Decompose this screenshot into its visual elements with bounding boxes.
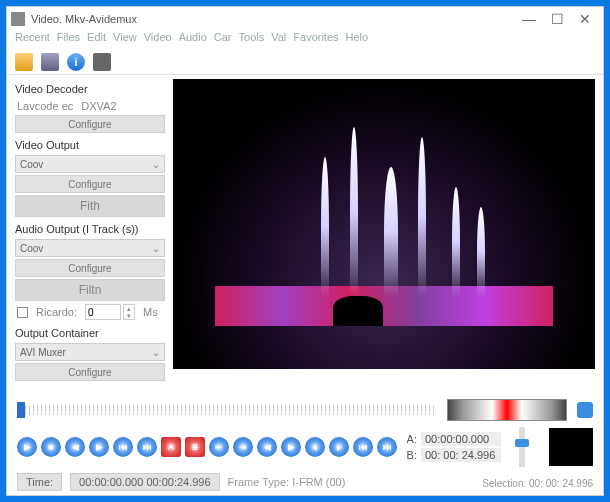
window-title: Video. Mkv-Avidemux — [31, 13, 137, 25]
menu-help[interactable]: Helo — [346, 31, 369, 49]
thumbnail-preview — [549, 428, 593, 466]
menu-files[interactable]: Files — [57, 31, 80, 49]
app-window: Video. Mkv-Avidemux — ☐ ✕ Recent Files E… — [6, 6, 604, 496]
sidebar: Video Decoder Lavcode ec DXVA2 Configure… — [15, 79, 165, 391]
menubar: Recent Files Edit View Video Audio Car T… — [7, 31, 603, 49]
open-icon[interactable] — [15, 53, 33, 71]
prev-black-button[interactable]: ⏴ — [305, 437, 325, 457]
playback-controls: ▶ ■ ◀ ▶ ⏮ ⏭ A B ⇤ ⇥ ◀ ▶ ⏴ ⏵ ⏮ ⏭ — [17, 437, 397, 457]
time-value[interactable]: 00:00:00.000 00:00:24.996 — [70, 473, 220, 491]
audio-output-select[interactable]: Coov — [15, 239, 165, 257]
stop-button[interactable]: ■ — [41, 437, 61, 457]
content-area: Video Decoder Lavcode ec DXVA2 Configure… — [7, 75, 603, 395]
b-label: B: — [407, 449, 417, 461]
video-output-select[interactable]: Coov — [15, 155, 165, 173]
set-marker-b-button[interactable]: B — [185, 437, 205, 457]
ms-label: Ms — [143, 306, 158, 318]
selection-label: Selection: 00: 00: 24.996 — [482, 478, 593, 489]
navigation-bar[interactable] — [447, 399, 567, 421]
frame-type-label: Frame Type: I-FRM (00) — [228, 476, 346, 488]
maximize-button[interactable]: ☐ — [543, 11, 571, 27]
next-frame-button[interactable]: ▶ — [89, 437, 109, 457]
volume-slider[interactable] — [519, 427, 525, 467]
minimize-button[interactable]: — — [515, 11, 543, 27]
lavcodec-label: Lavcode ec — [17, 100, 73, 112]
decoder-configure-button[interactable]: Configure — [15, 115, 165, 133]
calculator-icon[interactable] — [93, 53, 111, 71]
goto-marker-b-button[interactable]: ⇥ — [233, 437, 253, 457]
output-container-label: Output Container — [15, 327, 165, 339]
video-decoder-label: Video Decoder — [15, 83, 165, 95]
time-label: Time: — [17, 473, 62, 491]
set-marker-a-button[interactable]: A — [161, 437, 181, 457]
container-select[interactable]: AVI Muxer — [15, 343, 165, 361]
menu-car[interactable]: Car — [214, 31, 232, 49]
info-icon[interactable]: i — [67, 53, 85, 71]
first-frame-button[interactable]: ⏮ — [353, 437, 373, 457]
marker-display: A:00:00:00.000 B:00: 00: 24.996 — [407, 432, 501, 462]
menu-edit[interactable]: Edit — [87, 31, 106, 49]
app-icon — [11, 12, 25, 26]
a-label: A: — [407, 433, 417, 445]
bottom-panel: ▶ ■ ◀ ▶ ⏮ ⏭ A B ⇤ ⇥ ◀ ▶ ⏴ ⏵ ⏮ ⏭ A:00:00:… — [7, 395, 603, 495]
next-keyframe-button[interactable]: ⏭ — [137, 437, 157, 457]
next-black-button[interactable]: ⏵ — [329, 437, 349, 457]
a-value: 00:00:00.000 — [421, 432, 501, 446]
audio-filters-button[interactable]: Filtn — [15, 279, 165, 301]
menu-recent[interactable]: Recent — [15, 31, 50, 49]
audio-output-label: Audio Output (I Track (s)) — [15, 223, 165, 235]
volume-icon[interactable] — [577, 402, 593, 418]
video-output-label: Video Output — [15, 139, 165, 151]
close-button[interactable]: ✕ — [571, 11, 599, 27]
goto-marker-a-button[interactable]: ⇤ — [209, 437, 229, 457]
play-button[interactable]: ▶ — [17, 437, 37, 457]
video-preview — [173, 79, 595, 369]
video-filters-button[interactable]: Fith — [15, 195, 165, 217]
shift-spinner[interactable]: ▴▾ — [85, 304, 135, 320]
video-configure-button[interactable]: Configure — [15, 175, 165, 193]
audio-configure-button[interactable]: Configure — [15, 259, 165, 277]
timeline-track[interactable] — [17, 405, 437, 415]
ricardo-label: Ricardo: — [36, 306, 77, 318]
container-configure-button[interactable]: Configure — [15, 363, 165, 381]
menu-favorites[interactable]: Favorites — [293, 31, 338, 49]
next-cut-button[interactable]: ▶ — [281, 437, 301, 457]
prev-keyframe-button[interactable]: ⏮ — [113, 437, 133, 457]
menu-view[interactable]: View — [113, 31, 137, 49]
titlebar: Video. Mkv-Avidemux — ☐ ✕ — [7, 7, 603, 31]
last-frame-button[interactable]: ⏭ — [377, 437, 397, 457]
ricardo-checkbox[interactable] — [17, 307, 28, 318]
menu-tools[interactable]: Tools — [239, 31, 265, 49]
menu-val[interactable]: Val — [271, 31, 286, 49]
dxva-label: DXVA2 — [81, 100, 116, 112]
menu-audio[interactable]: Audio — [179, 31, 207, 49]
timeline-row — [17, 399, 593, 421]
menu-video[interactable]: Video — [144, 31, 172, 49]
save-icon[interactable] — [41, 53, 59, 71]
shift-input[interactable] — [85, 304, 121, 320]
prev-cut-button[interactable]: ◀ — [257, 437, 277, 457]
b-value: 00: 00: 24.996 — [421, 448, 501, 462]
prev-frame-button[interactable]: ◀ — [65, 437, 85, 457]
toolbar: i — [7, 49, 603, 75]
